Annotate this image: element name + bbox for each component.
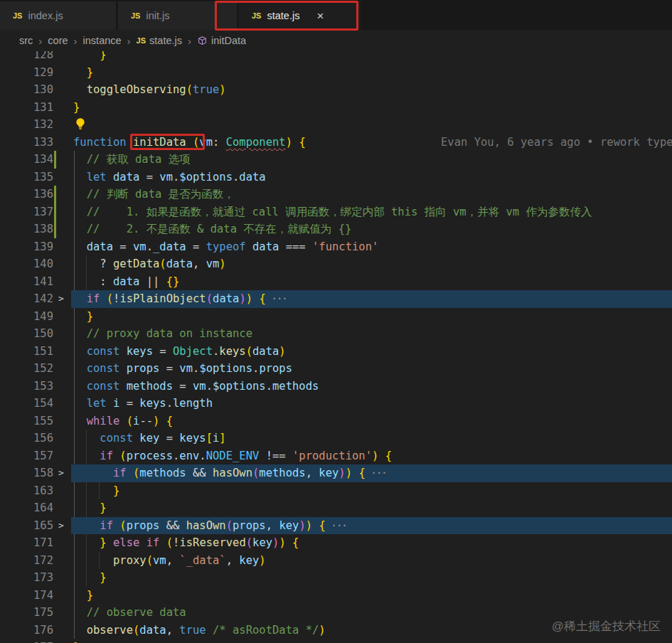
line-number-gutter: 141	[0, 273, 71, 291]
line-number: 142	[33, 290, 53, 308]
line-number: 173	[33, 569, 53, 587]
code-text: while (i--) {	[71, 413, 672, 430]
code-text: // 1. 如果是函数，就通过 call 调用函数，绑定内部 this 指向 v…	[71, 203, 672, 221]
code-editor: 128 }129 }130 toggleObserving(true)131}1…	[0, 51, 672, 643]
code-text: }	[71, 639, 672, 643]
line-number: 154	[33, 395, 53, 413]
line-number-gutter: 137	[0, 203, 71, 221]
tab-label: index.js	[28, 10, 63, 21]
line-number-gutter: 150	[0, 325, 71, 343]
breadcrumb-item-src[interactable]: src	[19, 35, 33, 46]
line-number: 153	[33, 378, 53, 395]
line-number: 132	[33, 116, 53, 134]
code-line: 177}	[0, 639, 672, 643]
code-line: 128 }	[0, 51, 672, 64]
code-line: 133function initData (vm: Component) {Ev…	[0, 134, 672, 152]
line-number: 149	[33, 308, 53, 326]
line-number-gutter: 174	[0, 587, 71, 605]
breadcrumb-item-state-js[interactable]: JS state.js	[137, 35, 182, 46]
lightbulb-icon[interactable]	[74, 117, 87, 130]
line-number: 128	[33, 51, 53, 64]
line-number-gutter: 130	[0, 81, 71, 99]
fold-chevron-icon[interactable]: >	[58, 290, 64, 308]
line-number-gutter: 176	[0, 622, 71, 639]
line-number: 176	[33, 622, 53, 639]
chevron-right-icon: ›	[127, 35, 131, 47]
code-line: 149 }	[0, 308, 672, 326]
fold-chevron-icon[interactable]: >	[58, 464, 64, 482]
code-line: 135 let data = vm.$options.data	[0, 169, 672, 186]
chevron-right-icon: ›	[74, 35, 78, 47]
line-number-gutter: 155	[0, 413, 71, 430]
line-number: 131	[33, 99, 53, 117]
tab-state-js[interactable]: JS state.js ×	[239, 1, 361, 30]
line-number: 140	[33, 255, 53, 273]
line-number: 150	[33, 325, 53, 343]
line-number: 152	[33, 360, 53, 378]
code-text: : data || {}	[71, 273, 672, 291]
tab-index-js[interactable]: JS index.js	[0, 1, 116, 30]
code-text: toggleObserving(true)	[71, 81, 672, 99]
breadcrumb-item-instance[interactable]: instance	[83, 35, 122, 46]
line-number-gutter: 165>	[0, 517, 71, 535]
close-icon[interactable]: ×	[316, 10, 324, 22]
line-number-gutter: 157	[0, 447, 71, 465]
line-number-gutter: 175	[0, 604, 71, 622]
fold-chevron-icon[interactable]: >	[58, 517, 64, 535]
code-line: 152 const props = vm.$options.props	[0, 360, 672, 378]
line-number-gutter: 163	[0, 482, 71, 500]
line-number-gutter: 133	[0, 134, 71, 152]
code-line: 150 // proxy data on instance	[0, 325, 672, 343]
code-line: 163 }	[0, 482, 672, 500]
line-number-gutter: 132	[0, 116, 71, 134]
code-line: 155 while (i--) {	[0, 413, 672, 430]
code-line: 165> if (props && hasOwn(props, key)) { …	[0, 517, 672, 535]
code-text: }	[71, 308, 672, 326]
code-text: const methods = vm.$options.methods	[71, 378, 672, 395]
line-number: 151	[33, 343, 53, 361]
line-number: 164	[33, 499, 53, 517]
gutter-added-change-bar-icon	[54, 220, 56, 238]
tab-init-js[interactable]: JS init.js	[118, 1, 237, 30]
code-text: }	[71, 499, 672, 517]
line-number: 157	[33, 447, 53, 465]
line-number: 165	[33, 517, 53, 535]
line-number-gutter: 152	[0, 360, 71, 378]
code-line: 138 // 2. 不是函数 & data 不存在，就赋值为 {}	[0, 220, 672, 238]
gutter-added-change-bar-icon	[54, 203, 56, 221]
code-text: }	[71, 99, 672, 117]
line-number: 138	[33, 220, 53, 238]
code-text: function initData (vm: Component) {Evan …	[71, 134, 672, 152]
code-line: 134 // 获取 data 选项	[0, 151, 672, 169]
code-text: if (props && hasOwn(props, key)) { ···	[71, 517, 672, 535]
breadcrumb-item-initdata[interactable]: initData	[197, 35, 246, 46]
js-file-icon: JS	[131, 11, 140, 20]
line-number-gutter: 131	[0, 99, 71, 117]
annotation-box-initdata: initData	[133, 136, 186, 149]
code-text: if (methods && hasOwn(methods, key)) { ·…	[71, 464, 672, 482]
line-number: 137	[33, 203, 53, 221]
code-text: }	[71, 64, 672, 82]
line-number: 129	[33, 64, 53, 82]
js-file-icon: JS	[13, 11, 22, 20]
code-line: 173 }	[0, 569, 672, 587]
line-number: 175	[33, 604, 53, 622]
line-number-gutter: 136	[0, 186, 71, 203]
code-text: // 判断 data 是否为函数，	[71, 186, 672, 203]
line-number: 177	[33, 639, 53, 643]
code-line: 142> if (!isPlainObject(data)) { ···	[0, 290, 672, 308]
code-text: // 2. 不是函数 & data 不存在，就赋值为 {}	[71, 220, 672, 238]
code-text: // proxy data on instance	[71, 325, 672, 343]
line-number: 171	[33, 534, 53, 552]
code-text: const keys = Object.keys(data)	[71, 343, 672, 361]
code-line: 164 }	[0, 499, 672, 517]
line-number-gutter: 140	[0, 255, 71, 273]
line-number: 136	[33, 186, 53, 203]
line-number-gutter: 171	[0, 534, 71, 552]
line-number-gutter: 134	[0, 151, 71, 169]
line-number: 141	[33, 273, 53, 291]
tab-label: init.js	[146, 10, 169, 21]
breadcrumb-item-core[interactable]: core	[48, 35, 68, 46]
line-number-gutter: 172	[0, 552, 71, 570]
line-number: 163	[33, 482, 53, 500]
